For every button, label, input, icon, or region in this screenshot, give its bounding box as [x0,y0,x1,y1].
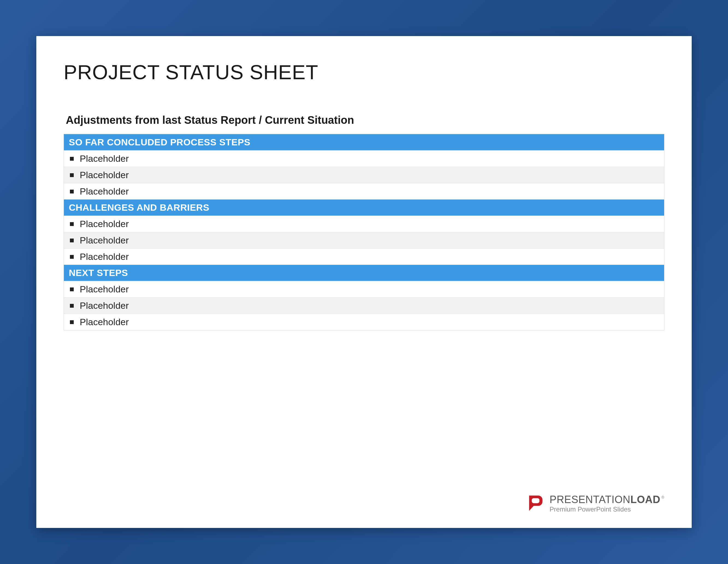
bullet-icon [70,304,74,308]
brand-name-part2: LOAD [631,494,661,505]
row-text: Placeholder [80,153,129,164]
bullet-icon [70,222,74,226]
page-title: PROJECT STATUS SHEET [64,61,664,84]
row-text: Placeholder [80,284,129,295]
section-header: CHALLENGES AND BARRIERS [64,199,664,215]
table-row: Placeholder [64,314,664,330]
row-text: Placeholder [80,235,129,246]
row-text: Placeholder [80,251,129,262]
row-text: Placeholder [80,218,129,229]
table-row: Placeholder [64,297,664,314]
table-row: Placeholder [64,167,664,183]
slide: PROJECT STATUS SHEET Adjustments from la… [36,36,692,528]
table-row: Placeholder [64,248,664,265]
page-subtitle: Adjustments from last Status Report / Cu… [64,114,664,126]
table-row: Placeholder [64,281,664,297]
row-text: Placeholder [80,317,129,328]
table-row: Placeholder [64,232,664,248]
status-table: SO FAR CONCLUDED PROCESS STEPS Placehold… [64,134,664,331]
brand-name-part1: PRESENTATION [550,494,631,505]
bullet-icon [70,157,74,161]
table-row: Placeholder [64,183,664,199]
bullet-icon [70,173,74,177]
svg-rect-3 [532,498,539,503]
bullet-icon [70,238,74,242]
brand-logo-icon [526,493,545,512]
row-text: Placeholder [80,186,129,197]
bullet-icon [70,320,74,324]
row-text: Placeholder [80,170,129,180]
row-text: Placeholder [80,300,129,311]
bullet-icon [70,255,74,259]
brand-tagline: Premium PowerPoint Slides [550,506,664,513]
bullet-icon [70,190,74,193]
registered-mark: ® [661,495,664,500]
bullet-icon [70,288,74,291]
brand-logo: PRESENTATIONLOAD® Premium PowerPoint Sli… [526,493,664,513]
section-header: SO FAR CONCLUDED PROCESS STEPS [64,134,664,150]
brand-name: PRESENTATIONLOAD® [550,494,664,505]
table-row: Placeholder [64,150,664,167]
section-header: NEXT STEPS [64,265,664,281]
table-row: Placeholder [64,215,664,232]
